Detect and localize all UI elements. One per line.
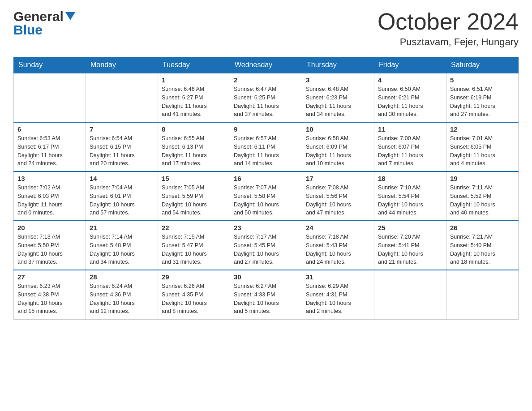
day-info: Sunrise: 6:29 AM Sunset: 4:31 PM Dayligh… — [306, 282, 370, 316]
calendar-day-cell: 5Sunrise: 6:51 AM Sunset: 6:19 PM Daylig… — [446, 73, 519, 122]
day-number: 5 — [450, 76, 515, 84]
calendar-day-cell: 19Sunrise: 7:11 AM Sunset: 5:52 PM Dayli… — [446, 171, 519, 221]
day-info: Sunrise: 6:54 AM Sunset: 6:15 PM Dayligh… — [90, 134, 154, 168]
calendar-day-cell: 14Sunrise: 7:04 AM Sunset: 6:01 PM Dayli… — [86, 171, 158, 221]
day-info: Sunrise: 6:53 AM Sunset: 6:17 PM Dayligh… — [17, 134, 82, 168]
day-number: 25 — [378, 224, 442, 231]
day-info: Sunrise: 6:26 AM Sunset: 4:35 PM Dayligh… — [162, 282, 226, 316]
calendar-day-cell: 29Sunrise: 6:26 AM Sunset: 4:35 PM Dayli… — [158, 270, 230, 319]
calendar-day-cell: 26Sunrise: 7:21 AM Sunset: 5:40 PM Dayli… — [446, 221, 519, 270]
day-number: 28 — [90, 273, 154, 281]
header-saturday: Saturday — [446, 57, 519, 73]
day-number: 17 — [306, 175, 370, 182]
calendar-day-cell: 17Sunrise: 7:08 AM Sunset: 5:56 PM Dayli… — [302, 171, 374, 221]
day-info: Sunrise: 7:14 AM Sunset: 5:48 PM Dayligh… — [90, 233, 154, 266]
day-number: 10 — [306, 125, 370, 133]
logo-blue-text: Blue — [13, 22, 43, 38]
calendar-day-cell: 21Sunrise: 7:14 AM Sunset: 5:48 PM Dayli… — [86, 221, 158, 270]
calendar-day-cell: 15Sunrise: 7:05 AM Sunset: 5:59 PM Dayli… — [158, 171, 230, 221]
logo-general-text: General — [13, 9, 64, 24]
calendar-day-cell: 28Sunrise: 6:24 AM Sunset: 4:36 PM Dayli… — [86, 270, 158, 319]
calendar-day-cell: 12Sunrise: 7:01 AM Sunset: 6:05 PM Dayli… — [446, 122, 519, 171]
day-number: 11 — [378, 125, 442, 133]
calendar-day-cell: 13Sunrise: 7:02 AM Sunset: 6:03 PM Dayli… — [14, 171, 86, 221]
day-number: 15 — [162, 175, 226, 182]
day-info: Sunrise: 7:07 AM Sunset: 5:58 PM Dayligh… — [234, 184, 298, 217]
month-year-title: October 2024 — [378, 9, 519, 34]
calendar-day-cell — [446, 270, 519, 319]
day-number: 13 — [17, 175, 82, 182]
day-number: 3 — [306, 76, 370, 84]
calendar-day-cell: 31Sunrise: 6:29 AM Sunset: 4:31 PM Dayli… — [302, 270, 374, 319]
day-info: Sunrise: 6:51 AM Sunset: 6:19 PM Dayligh… — [450, 85, 515, 119]
calendar-day-cell: 22Sunrise: 7:15 AM Sunset: 5:47 PM Dayli… — [158, 221, 230, 270]
day-number: 16 — [234, 175, 298, 182]
day-info: Sunrise: 6:57 AM Sunset: 6:11 PM Dayligh… — [234, 134, 298, 168]
calendar-header-row: Sunday Monday Tuesday Wednesday Thursday… — [14, 57, 519, 73]
day-info: Sunrise: 7:13 AM Sunset: 5:50 PM Dayligh… — [17, 233, 82, 266]
day-number: 22 — [162, 224, 226, 231]
calendar-day-cell: 27Sunrise: 6:23 AM Sunset: 4:38 PM Dayli… — [14, 270, 86, 319]
day-info: Sunrise: 7:08 AM Sunset: 5:56 PM Dayligh… — [306, 184, 370, 217]
day-number: 30 — [234, 273, 298, 281]
day-info: Sunrise: 7:21 AM Sunset: 5:40 PM Dayligh… — [450, 233, 515, 266]
header-monday: Monday — [86, 57, 158, 73]
calendar-day-cell: 16Sunrise: 7:07 AM Sunset: 5:58 PM Dayli… — [230, 171, 302, 221]
calendar-day-cell: 23Sunrise: 7:17 AM Sunset: 5:45 PM Dayli… — [230, 221, 302, 270]
calendar-week-row: 13Sunrise: 7:02 AM Sunset: 6:03 PM Dayli… — [14, 171, 519, 221]
calendar-day-cell: 24Sunrise: 7:18 AM Sunset: 5:43 PM Dayli… — [302, 221, 374, 270]
calendar-day-cell: 11Sunrise: 7:00 AM Sunset: 6:07 PM Dayli… — [374, 122, 446, 171]
day-number: 26 — [450, 224, 515, 231]
day-number: 18 — [378, 175, 442, 182]
day-number: 1 — [162, 76, 226, 84]
day-number: 6 — [17, 125, 82, 133]
calendar-day-cell: 18Sunrise: 7:10 AM Sunset: 5:54 PM Dayli… — [374, 171, 446, 221]
logo-arrow-icon — [65, 12, 75, 22]
logo: General Blue — [13, 9, 75, 38]
calendar-week-row: 6Sunrise: 6:53 AM Sunset: 6:17 PM Daylig… — [14, 122, 519, 171]
calendar-day-cell: 2Sunrise: 6:47 AM Sunset: 6:25 PM Daylig… — [230, 73, 302, 122]
day-number: 9 — [234, 125, 298, 133]
calendar-day-cell: 10Sunrise: 6:58 AM Sunset: 6:09 PM Dayli… — [302, 122, 374, 171]
calendar-day-cell — [374, 270, 446, 319]
day-number: 4 — [378, 76, 442, 84]
header-friday: Friday — [374, 57, 446, 73]
calendar-day-cell — [14, 73, 86, 122]
day-info: Sunrise: 7:00 AM Sunset: 6:07 PM Dayligh… — [378, 134, 442, 168]
day-number: 24 — [306, 224, 370, 231]
calendar-day-cell — [86, 73, 158, 122]
day-number: 2 — [234, 76, 298, 84]
calendar-day-cell: 25Sunrise: 7:20 AM Sunset: 5:41 PM Dayli… — [374, 221, 446, 270]
calendar-day-cell: 6Sunrise: 6:53 AM Sunset: 6:17 PM Daylig… — [14, 122, 86, 171]
day-info: Sunrise: 6:46 AM Sunset: 6:27 PM Dayligh… — [162, 85, 226, 119]
day-info: Sunrise: 7:10 AM Sunset: 5:54 PM Dayligh… — [378, 184, 442, 217]
location-subtitle: Pusztavam, Fejer, Hungary — [378, 36, 519, 48]
day-info: Sunrise: 7:20 AM Sunset: 5:41 PM Dayligh… — [378, 233, 442, 266]
header-wednesday: Wednesday — [230, 57, 302, 73]
page-header: General Blue October 2024 Pusztavam, Fej… — [13, 9, 519, 48]
calendar-table: Sunday Monday Tuesday Wednesday Thursday… — [13, 57, 519, 320]
calendar-week-row: 27Sunrise: 6:23 AM Sunset: 4:38 PM Dayli… — [14, 270, 519, 319]
day-info: Sunrise: 6:48 AM Sunset: 6:23 PM Dayligh… — [306, 85, 370, 119]
day-info: Sunrise: 7:04 AM Sunset: 6:01 PM Dayligh… — [90, 184, 154, 217]
header-thursday: Thursday — [302, 57, 374, 73]
day-number: 31 — [306, 273, 370, 281]
header-tuesday: Tuesday — [158, 57, 230, 73]
calendar-week-row: 20Sunrise: 7:13 AM Sunset: 5:50 PM Dayli… — [14, 221, 519, 270]
day-number: 12 — [450, 125, 515, 133]
day-number: 19 — [450, 175, 515, 182]
day-info: Sunrise: 7:17 AM Sunset: 5:45 PM Dayligh… — [234, 233, 298, 266]
day-info: Sunrise: 6:58 AM Sunset: 6:09 PM Dayligh… — [306, 134, 370, 168]
day-number: 20 — [17, 224, 82, 231]
day-number: 27 — [17, 273, 82, 281]
day-info: Sunrise: 6:27 AM Sunset: 4:33 PM Dayligh… — [234, 282, 298, 316]
title-block: October 2024 Pusztavam, Fejer, Hungary — [378, 9, 519, 48]
day-info: Sunrise: 7:02 AM Sunset: 6:03 PM Dayligh… — [17, 184, 82, 217]
day-number: 29 — [162, 273, 226, 281]
day-number: 14 — [90, 175, 154, 182]
calendar-day-cell: 20Sunrise: 7:13 AM Sunset: 5:50 PM Dayli… — [14, 221, 86, 270]
day-info: Sunrise: 6:23 AM Sunset: 4:38 PM Dayligh… — [17, 282, 82, 316]
day-info: Sunrise: 7:11 AM Sunset: 5:52 PM Dayligh… — [450, 184, 515, 217]
day-info: Sunrise: 7:01 AM Sunset: 6:05 PM Dayligh… — [450, 134, 515, 168]
day-number: 7 — [90, 125, 154, 133]
